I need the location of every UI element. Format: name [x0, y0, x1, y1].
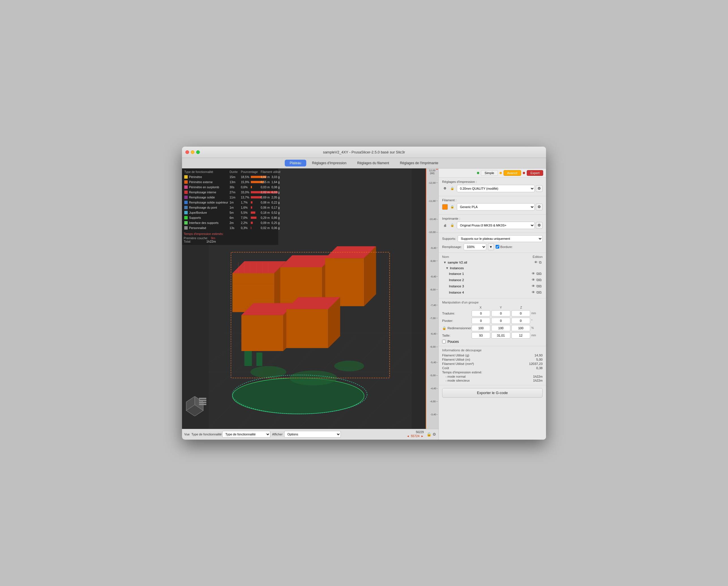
bordure-checkbox-label[interactable]: Bordure:	[496, 245, 513, 249]
traduire-y[interactable]	[491, 310, 510, 316]
mode-bar: Simple Avancé Expert	[439, 169, 546, 178]
lock-row: 🔒 Redimensionner:	[442, 326, 470, 330]
instance2-label: Instance 2	[449, 278, 464, 282]
filament-gear-btn[interactable]: ⚙	[536, 204, 543, 210]
temps-title-label: Temps d'impression estimé:	[442, 371, 482, 374]
maximize-button[interactable]	[196, 150, 200, 154]
sample-icons: 👁 ⧉	[534, 260, 542, 265]
instances-label: Instances	[450, 266, 464, 270]
tree-item-instance4[interactable]: Instance 4 👁 ⧉⧉	[442, 289, 543, 295]
tab-reglages-imprimante[interactable]: Réglages de l'Imprimante	[395, 160, 444, 167]
remplissage-select[interactable]: 100%	[464, 244, 486, 250]
header-type: Type de fonctionnalité	[184, 170, 230, 174]
info-title: Informations de découpage	[442, 349, 543, 352]
lock-icon-bottom[interactable]: 🔒	[426, 432, 432, 436]
minimize-button[interactable]	[191, 150, 194, 154]
fil-g-value: 14,93	[535, 354, 543, 357]
svg-point-42	[251, 366, 286, 378]
tree-item-instances[interactable]: ▼ Instances	[442, 266, 543, 270]
imprimante-gear-btn[interactable]: ⚙	[536, 222, 543, 229]
remplissage-dropdown-btn[interactable]: ▼	[488, 244, 494, 250]
window-title: sampleV2_4XY - PrusaSlicer-2.5.0 basé su…	[323, 150, 405, 154]
reglages-select-container: 0.20mm QUALITY (modifié) ⚙	[457, 185, 543, 192]
tab-plateau[interactable]: Plateau	[285, 160, 307, 167]
tab-reglages-filament[interactable]: Réglages du filament	[352, 160, 394, 167]
filament-select[interactable]: Generic PLA	[457, 203, 535, 211]
reglages-impression-select[interactable]: 0.20mm QUALITY (modifié)	[457, 185, 535, 192]
filament-select-container: Generic PLA ⚙	[457, 203, 543, 211]
pouces-label: Pouces	[447, 340, 459, 344]
tree-item-sample[interactable]: ▼ sample V2.stl 👁 ⧉	[442, 260, 543, 265]
tree-header: Nom Édition	[442, 255, 543, 258]
total-value: 1h22m	[206, 240, 216, 243]
edit-icon-i2[interactable]: ⧉⧉	[536, 278, 542, 282]
taille-x[interactable]	[472, 332, 490, 338]
svg-rect-40	[244, 351, 252, 366]
supports-row: Supports: Supports sur le plateau unique…	[442, 235, 543, 242]
close-button[interactable]	[185, 150, 189, 154]
eye-icon-i4[interactable]: 👁	[531, 290, 535, 295]
redim-y[interactable]	[491, 325, 510, 331]
eye-icon-i2[interactable]: 👁	[531, 278, 535, 282]
remplissage-label: Remplissage:	[442, 245, 462, 249]
edit-icon-i3[interactable]: ⧉⧉	[536, 284, 542, 288]
nav-cube[interactable]	[185, 396, 207, 416]
simple-mode-btn[interactable]: Simple	[481, 170, 498, 176]
manipulation-section: Manipulation d'un groupe X Y Z Traduire:…	[439, 298, 546, 346]
ruler-mark-940: -9,40	[426, 247, 438, 249]
ruler-mark-500: -5,00	[426, 374, 438, 377]
supports-label: Supports:	[442, 237, 456, 240]
tab-reglages-impression[interactable]: Réglages d'Impression	[307, 160, 352, 167]
edit-icon-sample[interactable]: ⧉	[539, 260, 542, 265]
remplissage-row: Remplissage: 100% ▼ Bordure:	[442, 244, 543, 250]
eye-icon-sample[interactable]: 👁	[534, 260, 538, 265]
ruler-mark-1000: -10,00	[426, 231, 438, 233]
traduire-z[interactable]	[512, 310, 530, 316]
info-row-cout: Coût 0,38	[442, 366, 543, 370]
afficher-select[interactable]: Options	[284, 431, 341, 438]
reglages-gear-btn[interactable]: ⚙	[536, 185, 543, 192]
bordure-checkbox[interactable]	[496, 245, 499, 249]
pivoter-z[interactable]	[512, 317, 530, 324]
taille-z[interactable]	[512, 332, 530, 338]
lock-icon-manip[interactable]: 🔒	[442, 326, 446, 330]
silencieux-label: - mode silencieux	[445, 379, 470, 382]
tree-item-instance2[interactable]: Instance 2 👁 ⧉⧉	[442, 277, 543, 283]
tree-item-instance3[interactable]: Instance 3 👁 ⧉⧉	[442, 283, 543, 289]
export-gcode-btn[interactable]: Exporter le G-code	[442, 388, 543, 398]
ruler-mark-640: -6,40	[426, 332, 438, 335]
pouces-checkbox[interactable]	[442, 340, 446, 343]
pivoter-y[interactable]	[491, 317, 510, 324]
tree-item-instance1[interactable]: Instance 1 👁 ⧉⧉	[442, 271, 543, 277]
gear-icon-bottom[interactable]: ⚙	[433, 432, 436, 436]
manip-row-taille: Taille: mm	[442, 332, 543, 338]
expert-mode-btn[interactable]: Expert	[527, 170, 543, 176]
eye-icon-i3[interactable]: 👁	[531, 284, 535, 288]
header-filament: Filament utilisé	[261, 170, 286, 174]
ruler-mark-440: -4,40	[426, 387, 438, 390]
svg-point-44	[334, 360, 364, 371]
edit-icon-i4[interactable]: ⧉⧉	[536, 290, 542, 295]
eye-icon-i1[interactable]: 👁	[531, 272, 535, 276]
type-select[interactable]: Type de fonctionnalité	[222, 431, 270, 438]
header-duree: Durée	[230, 170, 241, 174]
filament-select-row: 🔒 Generic PLA ⚙	[442, 203, 543, 211]
collapse-icon: ▼	[443, 261, 446, 264]
y-ruler: 12,00 (68) -12,00 -11,00 -10,40 -10,00 -…	[426, 169, 438, 429]
taille-y[interactable]	[491, 332, 510, 338]
stats-row-5: Remplissage solide supérieur 1m 1,7% 0,0…	[184, 200, 277, 205]
pivoter-x[interactable]	[472, 317, 490, 324]
edit-icon-i1[interactable]: ⧉⧉	[536, 272, 542, 276]
traduire-x[interactable]	[472, 310, 490, 316]
instance4-icons: 👁 ⧉⧉	[531, 290, 542, 295]
redim-z[interactable]	[512, 325, 530, 331]
redim-x[interactable]	[472, 325, 490, 331]
info-row-filament-mm3: Filament Utilisé (mm³) 12037,23	[442, 362, 543, 365]
fil-mm3-label: Filament Utilisé (mm³)	[442, 362, 474, 365]
imprimante-select[interactable]: Original Prusa i3 MK3S & MK3S+	[457, 222, 535, 229]
supports-select[interactable]: Supports sur le plateau uniquement	[458, 235, 543, 242]
filament-section: Filament : 🔒 Generic PLA ⚙	[439, 196, 546, 214]
fil-g-label: Filament Utilisé (g)	[442, 354, 469, 357]
avance-mode-btn[interactable]: Avancé	[503, 170, 521, 176]
temps-label: Temps d'impression estimés:	[184, 232, 277, 235]
